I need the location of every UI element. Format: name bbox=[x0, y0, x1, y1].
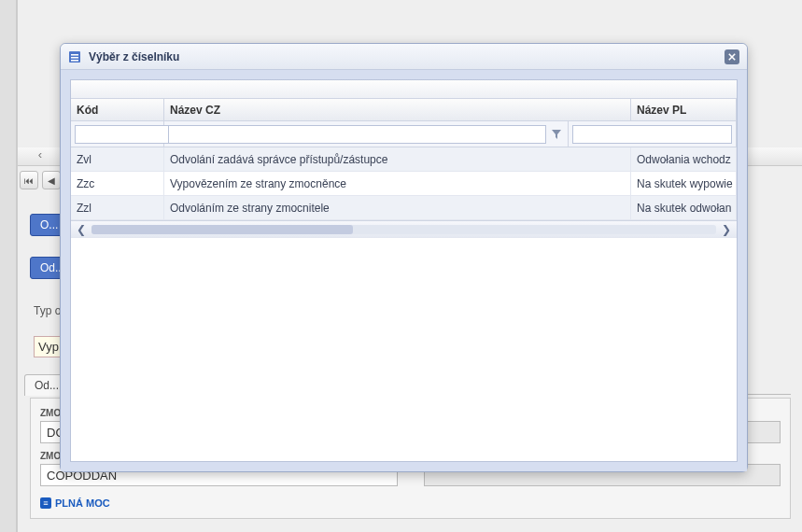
bg-button-1[interactable]: O... bbox=[30, 214, 63, 236]
cell-pl: Na skutek wypowie bbox=[631, 172, 737, 195]
cell-cz: Odvolání zadává správce přístupů/zástupc… bbox=[164, 147, 631, 171]
pager-prev-button[interactable]: ◀ bbox=[42, 171, 61, 189]
table-row[interactable]: ZzlOdvoláním ze strany zmocniteleNa skut… bbox=[71, 196, 737, 220]
cell-cz: Odvoláním ze strany zmocnitele bbox=[164, 196, 631, 219]
table-row[interactable]: ZzcVypovězením ze strany zmocněnceNa sku… bbox=[71, 172, 737, 196]
dialog-title: Výběr z číselníku bbox=[89, 50, 717, 63]
nav-prev-icon[interactable]: ‹ bbox=[34, 147, 47, 164]
lookup-dialog: Výběr z číselníku Kód Název CZ Název PL bbox=[60, 43, 748, 472]
cell-pl: Na skutek odwołan bbox=[631, 196, 737, 219]
cell-cz: Vypovězením ze strany zmocněnce bbox=[164, 172, 631, 195]
doc-icon: ≡ bbox=[40, 497, 51, 509]
dialog-icon bbox=[68, 50, 81, 63]
scroll-thumb[interactable] bbox=[91, 225, 353, 234]
svg-rect-2 bbox=[71, 57, 78, 59]
dialog-search-bar[interactable] bbox=[71, 80, 737, 99]
dialog-titlebar: Výběr z číselníku bbox=[61, 44, 747, 70]
filter-pl-input[interactable] bbox=[572, 125, 732, 144]
col-header-cz[interactable]: Název CZ bbox=[164, 99, 631, 120]
scroll-left-icon[interactable]: ❮ bbox=[71, 221, 91, 237]
filter-icon[interactable] bbox=[549, 125, 564, 144]
cell-pl: Odwołania wchodz bbox=[631, 147, 737, 171]
grid-hscroll[interactable]: ❮ ❯ bbox=[71, 220, 737, 237]
table-row[interactable]: ZvlOdvolání zadává správce přístupů/zást… bbox=[71, 147, 737, 172]
filter-cz-input[interactable] bbox=[168, 125, 546, 144]
cell-kod: Zzc bbox=[71, 172, 164, 195]
svg-rect-1 bbox=[71, 54, 78, 56]
scroll-track[interactable] bbox=[91, 225, 716, 234]
close-icon[interactable] bbox=[725, 49, 739, 64]
col-header-pl[interactable]: Název PL bbox=[631, 99, 737, 120]
cell-kod: Zvl bbox=[71, 147, 164, 171]
cell-kod: Zzl bbox=[71, 196, 164, 219]
pager-first-button[interactable]: ⏮ bbox=[20, 171, 38, 189]
plna-moc-link[interactable]: ≡ PLNÁ MOC bbox=[40, 497, 110, 509]
scroll-right-icon[interactable]: ❯ bbox=[716, 221, 737, 237]
col-header-kod[interactable]: Kód bbox=[71, 99, 164, 120]
plna-moc-label: PLNÁ MOC bbox=[55, 497, 110, 509]
svg-rect-3 bbox=[71, 60, 78, 62]
lookup-grid: Kód Název CZ Název PL bbox=[71, 99, 737, 246]
